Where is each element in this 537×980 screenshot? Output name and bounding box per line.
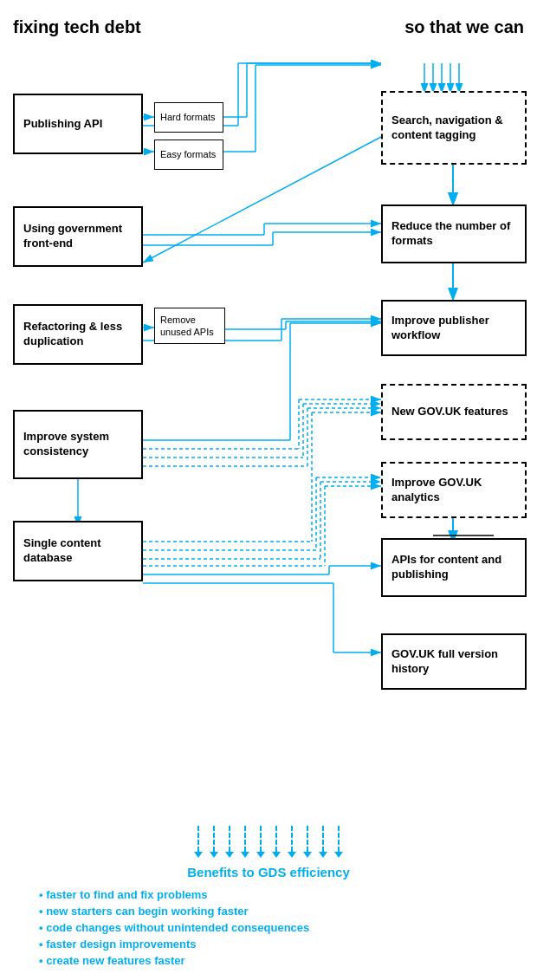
search-nav-box: Search, navigation & content tagging (381, 91, 527, 165)
single-content-box: Single content database (13, 521, 143, 581)
benefit-arrow-9 (319, 826, 327, 858)
improve-system-box: Improve system consistency (13, 410, 143, 479)
easy-formats-box: Easy formats (154, 140, 223, 170)
benefit-item-2: new starters can begin working faster (35, 905, 502, 918)
benefit-arrow-6 (272, 826, 281, 858)
benefit-item-3: code changes without unintended conseque… (35, 921, 502, 934)
benefits-section: Benefits to GDS efficiency faster to fin… (9, 826, 528, 967)
publishing-api-box: Publishing API (13, 94, 143, 154)
refactoring-box: Refactoring & less duplication (13, 304, 143, 365)
header-row: fixing tech debt so that we can (9, 17, 528, 37)
benefits-list: faster to find and fix problems new star… (26, 888, 511, 967)
benefit-item-4: faster design improvements (35, 938, 502, 951)
remove-apis-box: Remove unused APIs (154, 308, 225, 344)
page-container: fixing tech debt so that we can (0, 0, 537, 980)
benefit-arrow-5 (256, 826, 265, 858)
benefit-arrow-2 (210, 826, 218, 858)
benefits-arrows (26, 826, 511, 858)
header-right: so that we can (404, 17, 524, 37)
benefit-arrow-3 (225, 826, 234, 858)
benefit-arrow-1 (194, 826, 203, 858)
using-govt-box: Using government front-end (13, 206, 143, 267)
improve-publisher-box: Improve publisher workflow (381, 300, 527, 356)
benefit-item-1: faster to find and fix problems (35, 888, 502, 901)
reduce-formats-box: Reduce the number of formats (381, 204, 527, 263)
benefit-arrow-4 (241, 826, 249, 858)
header-left: fixing tech debt (13, 17, 141, 37)
new-features-box: New GOV.UK features (381, 384, 527, 440)
apis-content-box: APIs for content and publishing (381, 538, 527, 597)
diagram: Publishing API Using government front-en… (9, 46, 528, 808)
hard-formats-box: Hard formats (154, 102, 223, 133)
benefit-arrow-7 (288, 826, 296, 858)
full-history-box: GOV.UK full version history (381, 633, 527, 690)
improve-analytics-box: Improve GOV.UK analytics (381, 462, 527, 518)
benefit-arrow-8 (303, 826, 312, 858)
benefits-title: Benefits to GDS efficiency (26, 865, 511, 879)
benefit-item-5: create new features faster (35, 954, 502, 967)
benefit-arrow-10 (334, 826, 343, 858)
